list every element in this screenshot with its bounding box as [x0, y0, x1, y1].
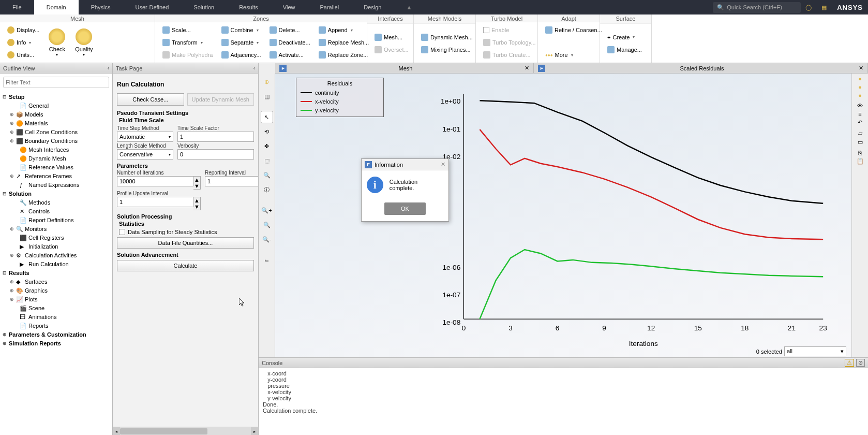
tree-animations[interactable]: 🎞Animations: [2, 312, 110, 321]
copy-icon[interactable]: ⎘: [858, 150, 862, 156]
quality-button[interactable]: Quality▾: [70, 24, 97, 61]
tree-reference-frames[interactable]: ⊕↗Reference Frames: [2, 171, 110, 180]
tree-setup[interactable]: ⊟Setup: [2, 92, 110, 101]
task-scrollbar[interactable]: ◂▸: [113, 427, 258, 435]
cube-icon[interactable]: ◫: [261, 90, 273, 103]
scroll-left-icon[interactable]: ◂: [113, 427, 120, 435]
time-scale-factor-input[interactable]: [177, 132, 254, 142]
menu-design[interactable]: Design: [351, 0, 394, 15]
layers-icon[interactable]: ≡: [858, 111, 861, 117]
filter-input[interactable]: [3, 77, 109, 88]
bbox-icon[interactable]: ▭: [858, 139, 863, 146]
dialog-header[interactable]: F Information ✕: [362, 159, 448, 170]
menu-solution[interactable]: Solution: [181, 0, 227, 15]
data-file-quantities-button[interactable]: Data File Quantities...: [117, 237, 254, 249]
sphere3-icon[interactable]: ●: [858, 92, 862, 98]
replace-mesh-button[interactable]: Replace Mesh...: [317, 37, 371, 48]
spinner-up-icon[interactable]: ▲: [193, 197, 200, 204]
collapse-icon[interactable]: ‹: [253, 65, 255, 71]
transform-button[interactable]: Transform▾: [160, 37, 215, 48]
profile-update-input[interactable]: ▲▼: [117, 197, 201, 210]
tree-materials[interactable]: ⊕🟠Materials: [2, 119, 110, 127]
spinner-up-icon[interactable]: ▲: [193, 177, 200, 183]
tree-graphics[interactable]: ⊕🎨Graphics: [2, 286, 110, 295]
tree-run-calculation[interactable]: ▶Run Calculation: [2, 259, 110, 268]
menu-expand[interactable]: ▲: [394, 0, 424, 15]
tree-cell-zone[interactable]: ⊕⬛Cell Zone Conditions: [2, 127, 110, 136]
combine-button[interactable]: Combine▾: [219, 24, 263, 36]
interfaces-mesh-button[interactable]: Mesh...: [372, 32, 411, 43]
data-sampling-checkbox[interactable]: Data Sampling for Steady Statistics: [119, 229, 252, 235]
help-icon[interactable]: ◯: [803, 2, 814, 13]
tree-controls[interactable]: ✕Controls: [2, 207, 110, 215]
tree-scene[interactable]: 🎬Scene: [2, 303, 110, 312]
reporting-interval-input[interactable]: ▲▼: [205, 176, 258, 190]
tree-models[interactable]: ⊕📦Models: [2, 110, 110, 119]
tree-boundary[interactable]: ⊕⬛Boundary Conditions: [2, 136, 110, 145]
tree-surfaces[interactable]: ⊕◆Surfaces: [2, 277, 110, 286]
tree-mesh-interfaces[interactable]: 🟠Mesh Interfaces: [2, 145, 110, 154]
zoom-box-icon[interactable]: ⬚: [261, 154, 273, 167]
length-scale-method-select[interactable]: Conservative▾: [117, 149, 173, 160]
rotate-icon[interactable]: ⟲: [261, 125, 273, 138]
line-icon[interactable]: ▱: [858, 130, 862, 137]
clipboard-icon[interactable]: 📋: [857, 158, 864, 165]
quick-search[interactable]: 🔍Quick Search (Ctrl+F): [713, 2, 801, 13]
zoom-out-icon[interactable]: 🔍-: [261, 233, 273, 245]
tree-general[interactable]: 📄General: [2, 101, 110, 110]
menu-physics[interactable]: Physics: [79, 0, 123, 15]
delete-button[interactable]: Delete...: [267, 24, 312, 36]
tab-scaled-residuals[interactable]: FScaled Residuals✕: [534, 63, 868, 73]
replace-zone-button[interactable]: Replace Zone...: [317, 49, 371, 61]
tree-reference-values[interactable]: 📄Reference Values: [2, 163, 110, 171]
refine-coarsen-button[interactable]: Refine / Coarsen...: [543, 24, 604, 36]
zoom-icon[interactable]: 🔍: [261, 169, 273, 181]
tree-methods[interactable]: 🔧Methods: [2, 198, 110, 207]
verbosity-input[interactable]: [177, 149, 254, 160]
ok-button[interactable]: OK: [384, 202, 426, 215]
pan-icon[interactable]: ✥: [261, 140, 273, 152]
zoom-fit-icon[interactable]: 🔍: [261, 219, 273, 231]
deactivate-button[interactable]: Deactivate...: [267, 37, 312, 48]
tree-monitors[interactable]: ⊕🔍Monitors: [2, 224, 110, 233]
spinner-down-icon[interactable]: ▼: [193, 204, 200, 210]
menu-results[interactable]: Results: [227, 0, 271, 15]
layout-icon[interactable]: ▦: [818, 2, 830, 13]
separate-button[interactable]: Separate▾: [219, 37, 263, 48]
menu-user-defined[interactable]: User-Defined: [123, 0, 182, 15]
tree-solution[interactable]: ⊟Solution: [2, 189, 110, 198]
tree-reports[interactable]: 📄Reports: [2, 321, 110, 330]
clear-icon[interactable]: ⊘: [856, 359, 865, 367]
axes-icon[interactable]: ⌙: [261, 254, 273, 266]
num-iterations-input[interactable]: ▲▼: [117, 176, 201, 190]
surface-create-button[interactable]: +Create▾: [605, 32, 644, 43]
tree-calc-activities[interactable]: ⊕⚙Calculation Activities: [2, 251, 110, 259]
scroll-thumb[interactable]: [120, 428, 207, 434]
tree-initialization[interactable]: ▶Initialization: [2, 242, 110, 251]
display-button[interactable]: Display...: [5, 24, 41, 36]
zoom-in-icon[interactable]: 🔍+: [261, 204, 273, 216]
menu-domain[interactable]: Domain: [34, 0, 79, 15]
sphere2-icon[interactable]: ●: [858, 84, 862, 90]
menu-file[interactable]: File: [0, 0, 34, 15]
scale-button[interactable]: Scale...: [160, 24, 215, 36]
close-icon[interactable]: ✕: [441, 161, 445, 168]
selection-filter-select[interactable]: all▾: [784, 346, 846, 356]
units-button[interactable]: Units...: [5, 49, 41, 61]
adjacency-button[interactable]: Adjacency...: [219, 49, 263, 61]
menu-parallel[interactable]: Parallel: [307, 0, 351, 15]
surface-manage-button[interactable]: Manage...: [605, 44, 644, 55]
dynamic-mesh-button[interactable]: Dynamic Mesh...: [419, 32, 475, 43]
warning-icon[interactable]: ⚠: [845, 359, 854, 367]
tree-cell-registers[interactable]: ⬛Cell Registers: [2, 233, 110, 242]
tool-icon[interactable]: ⊕: [261, 76, 273, 88]
menu-view[interactable]: View: [271, 0, 308, 15]
tree-params[interactable]: ⊕Parameters & Customization: [2, 330, 110, 339]
sphere1-icon[interactable]: ●: [858, 76, 862, 82]
collapse-icon[interactable]: ‹: [108, 65, 109, 71]
calculate-button[interactable]: Calculate: [117, 260, 254, 271]
tree-sim-reports[interactable]: ⊕Simulation Reports: [2, 339, 110, 347]
close-icon[interactable]: ✕: [859, 65, 863, 71]
check-case-button[interactable]: Check Case...: [117, 93, 184, 106]
activate-button[interactable]: Activate...: [267, 49, 312, 61]
